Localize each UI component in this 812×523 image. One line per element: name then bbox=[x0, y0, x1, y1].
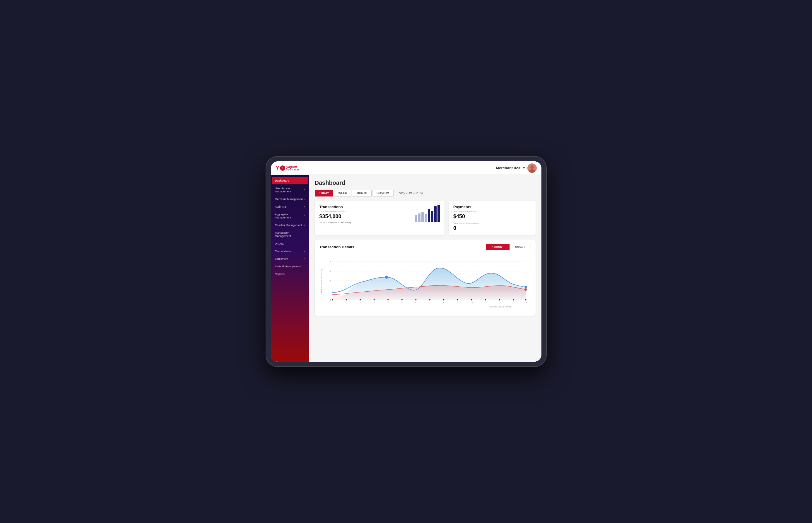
filter-today-button[interactable]: TODAY bbox=[315, 190, 333, 197]
chart-title: Transaction Details bbox=[320, 245, 354, 249]
payments-card: Payments Avg. Payment Amount $450 Total … bbox=[449, 201, 536, 235]
svg-point-21 bbox=[443, 299, 444, 301]
svg-text:3: 3 bbox=[373, 302, 375, 304]
total-transactions-label: Total No. of Transactions bbox=[453, 222, 531, 224]
chart-toggle: AMOUNT COUNT bbox=[486, 244, 531, 250]
svg-text:1: 1 bbox=[345, 302, 347, 304]
logo-circle: p bbox=[280, 165, 285, 171]
svg-text:14: 14 bbox=[524, 302, 527, 304]
svg-point-22 bbox=[457, 299, 458, 301]
sidebar-item-audit-trail[interactable]: Audit Trail bbox=[272, 203, 308, 210]
svg-point-24 bbox=[485, 299, 486, 301]
logo-text-block: yagout YOUR WAY bbox=[286, 165, 300, 171]
date-label: Today - Oct 3, 2024 bbox=[397, 192, 422, 195]
cards-row: Transactions Total Transaction Amount $3… bbox=[315, 201, 536, 235]
line-chart-svg: Transaction Amount in (ETB) 4 3 2 1 bbox=[320, 253, 531, 311]
svg-point-17 bbox=[387, 299, 389, 301]
svg-point-1 bbox=[530, 165, 534, 169]
sidebar-item-dispute[interactable]: Dispute bbox=[272, 240, 308, 247]
svg-point-23 bbox=[471, 299, 472, 301]
header-right: Merchant 023 bbox=[496, 163, 537, 173]
filter-bar: TODAY WEEK MONTH CUSTOM Today - Oct 3, 2… bbox=[315, 190, 536, 197]
filter-custom-button[interactable]: CUSTOM bbox=[372, 190, 394, 197]
main-layout: Dashboard User Access Management Merchan… bbox=[271, 175, 541, 362]
chevron-right-icon bbox=[304, 198, 305, 200]
svg-text:11: 11 bbox=[484, 302, 487, 304]
svg-text:2: 2 bbox=[360, 302, 361, 304]
chevron-right-icon bbox=[304, 224, 305, 226]
transactions-card-info: Transactions Total Transaction Amount $3… bbox=[320, 205, 351, 224]
svg-text:9: 9 bbox=[457, 302, 458, 304]
chevron-right-icon bbox=[304, 258, 305, 260]
svg-point-25 bbox=[499, 299, 500, 301]
toggle-count-button[interactable]: COUNT bbox=[509, 244, 531, 250]
mini-bar-chart bbox=[415, 205, 440, 222]
sidebar-item-transaction-mgmt[interactable]: Transaction Management bbox=[272, 229, 308, 239]
svg-text:0: 0 bbox=[332, 302, 333, 304]
sidebar-item-dashboard[interactable]: Dashboard bbox=[272, 177, 308, 184]
merchant-name[interactable]: Merchant 023 bbox=[496, 166, 520, 170]
svg-text:2: 2 bbox=[329, 279, 330, 282]
page-title: Dashboard bbox=[315, 180, 536, 186]
svg-text:Time in 24 hours format: Time in 24 hours format bbox=[489, 306, 511, 308]
svg-text:13: 13 bbox=[512, 302, 515, 304]
svg-text:4: 4 bbox=[387, 302, 389, 304]
filter-month-button[interactable]: MONTH bbox=[352, 190, 372, 197]
logo: Y p yagout YOUR WAY bbox=[275, 165, 300, 171]
sidebar-item-merchant-mgmt[interactable]: Merchant Management bbox=[272, 195, 308, 203]
sidebar-item-reseller[interactable]: Reseller Management bbox=[272, 221, 308, 229]
sidebar-item-reports[interactable]: Reports bbox=[272, 270, 308, 277]
header: Y p yagout YOUR WAY Merchant 023 bbox=[271, 161, 541, 175]
sidebar: Dashboard User Access Management Merchan… bbox=[271, 175, 309, 362]
bar-4 bbox=[425, 214, 427, 222]
svg-point-27 bbox=[525, 299, 526, 301]
svg-point-14 bbox=[345, 299, 347, 301]
svg-point-15 bbox=[359, 299, 360, 301]
transaction-details-card: Transaction Details AMOUNT COUNT Transac… bbox=[315, 239, 536, 316]
sidebar-item-reconciliation[interactable]: Reconciliation bbox=[272, 248, 308, 255]
avatar[interactable] bbox=[527, 163, 537, 173]
svg-text:5: 5 bbox=[401, 302, 402, 304]
transactions-change: ↗ 0% Compared to Yesterday bbox=[320, 221, 351, 224]
trend-icon: ↗ bbox=[320, 221, 322, 224]
transactions-sublabel: Total Transaction Amount bbox=[320, 210, 351, 213]
svg-text:1: 1 bbox=[329, 289, 331, 292]
chevron-right-icon bbox=[304, 189, 305, 191]
svg-point-13 bbox=[331, 299, 333, 301]
sidebar-item-refund[interactable]: Refund Management bbox=[272, 263, 308, 270]
y-axis-label: Transaction Amount in (ETB) bbox=[320, 269, 322, 295]
tablet-frame: Y p yagout YOUR WAY Merchant 023 bbox=[266, 156, 547, 367]
sidebar-item-user-access[interactable]: User Access Management bbox=[272, 184, 308, 195]
merchant-dropdown-icon[interactable] bbox=[523, 167, 525, 169]
avatar-image bbox=[527, 163, 537, 173]
blue-dot-2 bbox=[524, 286, 527, 288]
bar-2 bbox=[418, 214, 420, 222]
toggle-amount-button[interactable]: AMOUNT bbox=[486, 244, 510, 250]
svg-text:8: 8 bbox=[443, 302, 444, 304]
chevron-right-icon bbox=[304, 250, 305, 252]
line-chart-container: Transaction Amount in (ETB) 4 3 2 1 bbox=[320, 253, 531, 311]
svg-point-26 bbox=[512, 299, 513, 301]
logo-y: Y bbox=[275, 165, 279, 171]
chart-header: Transaction Details AMOUNT COUNT bbox=[320, 244, 531, 250]
svg-text:0: 0 bbox=[329, 299, 331, 301]
svg-point-20 bbox=[429, 299, 430, 301]
sidebar-item-settlement[interactable]: Settlement bbox=[272, 255, 308, 263]
chevron-right-icon bbox=[304, 215, 305, 217]
bar-5 bbox=[428, 209, 430, 222]
bar-6 bbox=[431, 211, 433, 222]
transactions-card: Transactions Total Transaction Amount $3… bbox=[315, 201, 445, 235]
transactions-title: Transactions bbox=[320, 205, 351, 209]
main-content: Dashboard TODAY WEEK MONTH CUSTOM Today … bbox=[309, 175, 541, 362]
bar-8 bbox=[437, 205, 440, 222]
svg-text:7: 7 bbox=[429, 302, 430, 304]
bar-3 bbox=[421, 212, 424, 222]
blue-dot-1 bbox=[385, 275, 388, 279]
filter-week-button[interactable]: WEEK bbox=[334, 190, 351, 197]
svg-text:6: 6 bbox=[415, 302, 416, 304]
avg-payment-label: Avg. Payment Amount bbox=[453, 210, 531, 213]
sidebar-item-aggregator[interactable]: Aggregator Management bbox=[272, 211, 308, 221]
bar-7 bbox=[434, 206, 437, 222]
red-dot bbox=[524, 288, 527, 291]
svg-point-18 bbox=[401, 299, 402, 301]
